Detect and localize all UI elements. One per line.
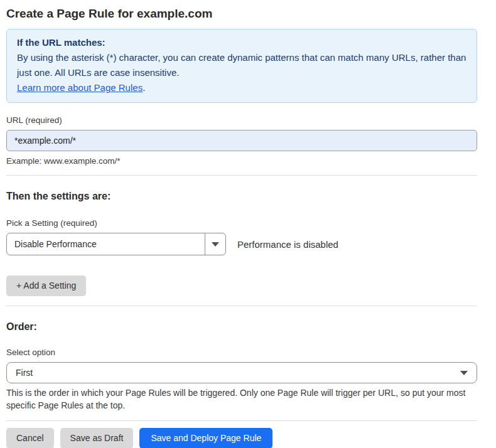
pick-setting-label: Pick a Setting (required) — [6, 218, 477, 228]
order-select[interactable]: First — [6, 362, 477, 383]
url-example-text: Example: www.example.com/* — [6, 156, 477, 166]
setting-row: Disable Performance Performance is disab… — [6, 233, 477, 255]
info-box-link-line: Learn more about Page Rules. — [17, 80, 466, 95]
order-section-heading: Order: — [6, 321, 477, 333]
divider — [6, 175, 477, 176]
divider — [6, 420, 477, 421]
footer-actions: Cancel Save as Draft Save and Deploy Pag… — [6, 428, 477, 448]
info-box-heading: If the URL matches: — [17, 35, 466, 50]
order-help-text: This is the order in which your Page Rul… — [6, 387, 476, 412]
info-box-body: By using the asterisk (*) character, you… — [17, 50, 466, 80]
url-match-info-box: If the URL matches: By using the asteris… — [6, 29, 477, 103]
page-title: Create a Page Rule for example.com — [6, 6, 477, 21]
add-setting-button[interactable]: + Add a Setting — [6, 275, 86, 296]
cancel-button[interactable]: Cancel — [6, 428, 54, 448]
order-select-value: First — [16, 368, 33, 378]
setting-dropdown[interactable]: Disable Performance — [6, 233, 226, 255]
settings-section-heading: Then the settings are: — [6, 191, 477, 202]
chevron-down-icon — [212, 242, 219, 247]
link-period: . — [143, 82, 145, 93]
setting-dropdown-value: Disable Performance — [7, 233, 205, 255]
save-deploy-button[interactable]: Save and Deploy Page Rule — [139, 428, 272, 448]
save-draft-button[interactable]: Save as Draft — [60, 428, 134, 448]
url-input[interactable] — [6, 130, 477, 151]
setting-dropdown-arrow-button[interactable] — [205, 233, 225, 255]
page-rule-form: Create a Page Rule for example.com If th… — [6, 6, 477, 448]
learn-more-link[interactable]: Learn more about Page Rules — [17, 82, 143, 93]
setting-status-text: Performance is disabled — [237, 239, 338, 250]
url-field-label: URL (required) — [6, 115, 477, 125]
divider — [6, 306, 477, 306]
order-select-label: Select option — [6, 348, 477, 357]
chevron-down-icon — [460, 371, 468, 375]
